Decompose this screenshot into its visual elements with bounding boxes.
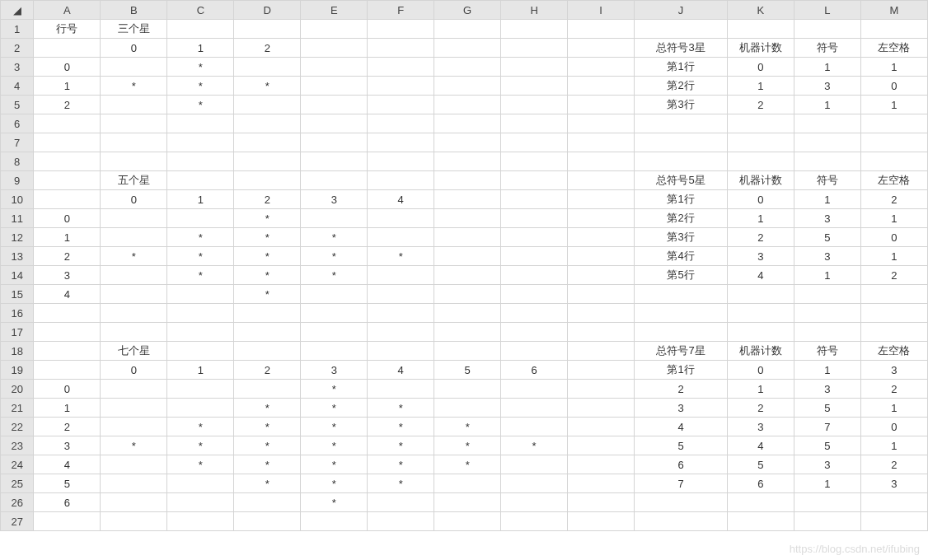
cell[interactable]: 6 — [727, 474, 794, 493]
cell[interactable] — [368, 304, 434, 323]
cell[interactable] — [101, 96, 167, 114]
cell[interactable]: 左空格 — [860, 171, 927, 190]
cell[interactable] — [568, 171, 635, 190]
cell[interactable]: * — [301, 418, 368, 436]
cell[interactable]: 第3行 — [635, 228, 728, 247]
cell[interactable] — [34, 342, 101, 361]
cell[interactable]: * — [167, 228, 234, 247]
cell[interactable]: 4 — [368, 361, 434, 380]
row-header[interactable]: 1 — [1, 20, 34, 39]
cell[interactable] — [727, 133, 794, 152]
cell[interactable]: 2 — [34, 418, 101, 436]
cell[interactable]: 1 — [860, 96, 927, 114]
cell[interactable]: * — [167, 77, 234, 96]
cell[interactable] — [568, 133, 635, 152]
cell[interactable]: 3 — [794, 77, 860, 96]
cell[interactable] — [368, 171, 434, 190]
cell[interactable]: 2 — [234, 361, 301, 380]
cell[interactable]: 3 — [727, 418, 794, 436]
cell[interactable]: 6 — [635, 455, 728, 474]
cell[interactable] — [301, 285, 368, 304]
cell[interactable] — [301, 77, 368, 96]
cell[interactable] — [368, 228, 434, 247]
cell[interactable]: 3 — [34, 436, 101, 455]
cell[interactable]: 左空格 — [860, 39, 927, 58]
cell[interactable] — [501, 133, 568, 152]
cell[interactable]: 5 — [34, 474, 101, 493]
cell[interactable] — [794, 285, 860, 304]
cell[interactable] — [568, 266, 635, 285]
cell[interactable]: 符号 — [794, 39, 860, 58]
cell[interactable] — [501, 493, 568, 512]
cell[interactable] — [501, 190, 568, 209]
corner-cell[interactable]: ◢ — [1, 1, 34, 20]
cell[interactable] — [368, 342, 434, 361]
cell[interactable] — [368, 58, 434, 77]
cell[interactable]: 左空格 — [860, 342, 927, 361]
cell[interactable]: 2 — [635, 380, 728, 399]
cell[interactable]: * — [234, 77, 301, 96]
cell[interactable]: * — [301, 247, 368, 266]
row-header[interactable]: 26 — [1, 493, 34, 512]
cell[interactable] — [167, 171, 234, 190]
cell[interactable] — [234, 493, 301, 512]
cell[interactable] — [434, 20, 501, 39]
cell[interactable]: 机器计数 — [727, 342, 794, 361]
cell[interactable] — [860, 304, 927, 323]
cell[interactable]: 6 — [34, 493, 101, 512]
cell[interactable]: 总符号5星 — [635, 171, 728, 190]
cell[interactable] — [501, 399, 568, 418]
cell[interactable] — [301, 133, 368, 152]
cell[interactable]: 2 — [860, 380, 927, 399]
cell[interactable]: * — [301, 228, 368, 247]
cell[interactable]: 3 — [635, 399, 728, 418]
cell[interactable] — [167, 323, 234, 342]
cell[interactable] — [101, 323, 167, 342]
row-header[interactable]: 5 — [1, 96, 34, 114]
cell[interactable] — [501, 247, 568, 266]
cell[interactable] — [301, 342, 368, 361]
cell[interactable] — [794, 304, 860, 323]
col-header[interactable]: M — [860, 1, 927, 20]
cell[interactable] — [568, 96, 635, 114]
cell[interactable] — [301, 96, 368, 114]
row-header[interactable]: 7 — [1, 133, 34, 152]
cell[interactable]: 三个星 — [101, 20, 167, 39]
cell[interactable] — [434, 247, 501, 266]
cell[interactable] — [727, 114, 794, 133]
cell[interactable] — [794, 323, 860, 342]
row-header[interactable]: 27 — [1, 512, 34, 531]
cell[interactable]: * — [234, 474, 301, 493]
cell[interactable] — [167, 342, 234, 361]
cell[interactable] — [794, 20, 860, 39]
cell[interactable]: 0 — [101, 39, 167, 58]
cell[interactable]: 2 — [234, 39, 301, 58]
cell[interactable]: 4 — [34, 455, 101, 474]
cell[interactable] — [727, 152, 794, 171]
cell[interactable]: * — [434, 418, 501, 436]
cell[interactable]: * — [368, 399, 434, 418]
cell[interactable]: * — [234, 266, 301, 285]
cell[interactable]: 1 — [860, 209, 927, 228]
cell[interactable] — [34, 39, 101, 58]
cell[interactable]: 0 — [34, 58, 101, 77]
cell[interactable]: 5 — [434, 361, 501, 380]
col-header[interactable]: L — [794, 1, 860, 20]
cell[interactable] — [501, 171, 568, 190]
cell[interactable] — [368, 133, 434, 152]
cell[interactable] — [568, 361, 635, 380]
cell[interactable]: 2 — [727, 96, 794, 114]
cell[interactable]: * — [234, 209, 301, 228]
cell[interactable]: 1 — [34, 399, 101, 418]
cell[interactable] — [368, 77, 434, 96]
cell[interactable] — [234, 152, 301, 171]
cell[interactable] — [568, 114, 635, 133]
cell[interactable]: * — [167, 418, 234, 436]
cell[interactable]: 总符号7星 — [635, 342, 728, 361]
cell[interactable] — [568, 418, 635, 436]
cell[interactable] — [568, 455, 635, 474]
col-header[interactable]: B — [101, 1, 167, 20]
col-header[interactable]: C — [167, 1, 234, 20]
cell[interactable] — [794, 152, 860, 171]
cell[interactable] — [434, 474, 501, 493]
